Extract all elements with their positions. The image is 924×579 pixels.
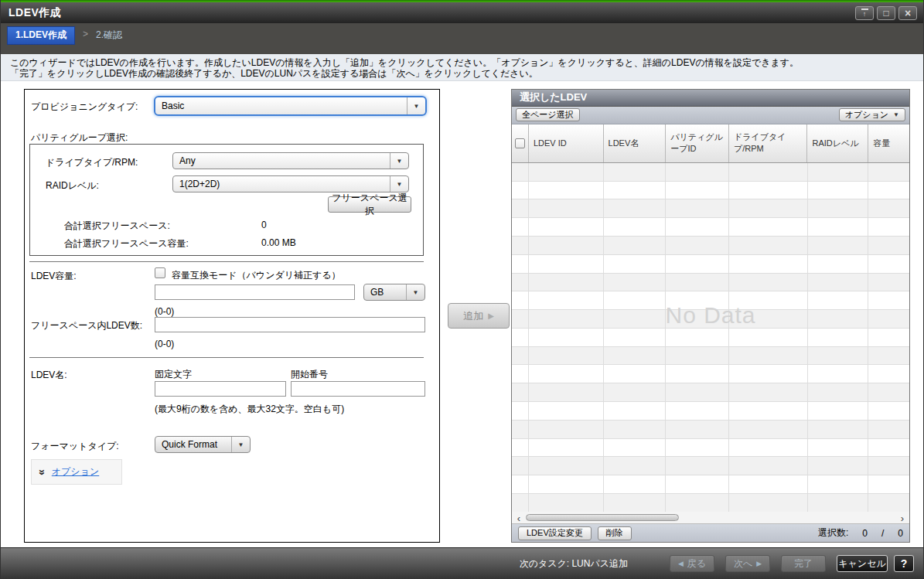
back-button[interactable]: ◀ 戻る [670,555,714,572]
table-cell [529,163,604,181]
table-cell [529,218,604,236]
help-button[interactable]: ? [894,555,914,572]
capacity-compat-checkbox[interactable] [155,267,165,278]
column-header-ldev-id[interactable]: LDEV ID [529,124,604,162]
drive-type-select[interactable]: Any ▼ [172,152,409,169]
next-task-label: 次のタスク: LUNパス追加 [520,557,628,570]
table-cell [512,274,529,291]
capacity-unit-value: GB [364,287,406,298]
chevron-down-icon[interactable]: ▼ [406,284,424,300]
table-cell [512,383,529,401]
section-divider [29,357,424,358]
table-cell [808,274,869,291]
table-cell [729,329,808,346]
table-cell [512,163,529,181]
capacity-unit-select[interactable]: GB ▼ [363,284,425,301]
table-cell [529,421,604,438]
back-arrow-icon: ◀ [678,560,684,567]
table-cell [529,365,604,383]
fixed-chars-input[interactable] [155,381,286,397]
scroll-left-icon[interactable]: ‹ [513,512,524,524]
total-free-space-value: 0 [261,220,267,230]
ldev-name-label: LDEV名: [31,369,67,382]
ldev-count-input[interactable] [155,317,425,332]
table-cell [808,163,869,181]
capacity-input[interactable] [155,284,355,300]
column-header-capacity[interactable]: 容量 [868,124,909,162]
section-divider [29,261,424,262]
capacity-compat-label: 容量互換モード（バウンダリ補正する） [172,269,341,282]
table-cell [604,163,667,181]
add-button-label: 追加 [463,309,483,323]
options-expander[interactable]: » オプション [31,459,122,485]
raid-level-select[interactable]: 1(2D+2D) ▼ [172,175,409,192]
table-cell [512,494,529,512]
table-cell [666,237,729,254]
format-type-select[interactable]: Quick Format ▼ [155,436,251,453]
cancel-button[interactable]: キャンセル [837,555,888,572]
chevron-down-icon[interactable]: ▼ [390,176,408,192]
chevron-down-icon[interactable]: ▼ [407,97,425,114]
table-options-button[interactable]: オプション ▼ [839,108,905,121]
table-cell [529,329,604,346]
close-icon[interactable]: × [898,6,917,20]
next-arrow-icon: ▶ [756,560,762,567]
table-row [512,383,909,402]
maximize-icon[interactable]: □ [877,6,895,20]
table-cell [729,274,808,291]
select-all-pages-button[interactable]: 全ページ選択 [516,108,580,121]
total-free-space-label: 合計選択フリースペース: [64,220,170,233]
table-cell [868,347,909,365]
chevron-down-icon[interactable]: ▼ [390,153,408,169]
add-arrow-icon: ▶ [488,312,494,320]
table-cell [529,457,604,475]
table-row [512,237,909,255]
chevron-down-icon[interactable]: ▼ [231,437,250,452]
next-button[interactable]: 次へ ▶ [725,555,770,572]
delete-button[interactable]: 削除 [598,526,632,540]
scroll-right-icon[interactable]: › [897,512,908,524]
horizontal-scrollbar[interactable]: ‹ › [512,512,909,524]
table-cell [729,199,808,217]
table-row [512,274,909,292]
column-header-ldev-name[interactable]: LDEV名 [604,124,667,162]
scrollbar-thumb[interactable] [526,514,679,521]
select-all-checkbox[interactable] [515,138,525,148]
table-cell [868,383,909,401]
instruction-text: このウィザードではLDEVの作成を行います。作成したいLDEVの情報を入力し「追… [1,54,923,81]
table-cell [604,475,667,493]
table-cell [604,494,667,512]
table-cell [512,365,529,383]
table-cell [604,402,667,420]
table-cell [529,255,604,273]
table-cell [512,329,529,346]
popout-glyph: ↑ [861,9,868,17]
options-link[interactable]: オプション [52,465,99,479]
selected-ldev-title: 選択したLDEV [520,90,587,104]
finish-button[interactable]: 完了 [781,555,826,572]
table-cell [512,237,529,254]
table-row [512,255,909,274]
select-free-space-button[interactable]: フリースペース選択 [328,196,411,213]
change-ldev-settings-button[interactable]: LDEV設定変更 [518,526,592,540]
table-cell [604,274,667,291]
table-cell [808,199,869,217]
column-header-drive-type[interactable]: ドライブタイプ/RPM [729,124,808,162]
popout-icon[interactable]: ↑ [855,6,874,20]
total-free-capacity-label: 合計選択フリースペース容量: [64,237,189,250]
provisioning-type-select[interactable]: Basic ▼ [154,96,427,116]
column-header-parity-group-id[interactable]: パリティグループID [666,124,729,162]
column-header-raid-level[interactable]: RAIDレベル [807,124,868,162]
table-cell [729,182,808,199]
parity-group-label: パリティグループ選択: [31,131,128,145]
table-cell [604,218,667,236]
table-cell [808,439,869,457]
table-cell [729,383,808,401]
table-cell [808,365,869,383]
step-1-create-ldev[interactable]: 1.LDEV作成 [7,26,75,45]
table-cell [604,421,667,438]
start-number-input[interactable] [291,381,425,397]
add-button[interactable]: 追加 ▶ [448,303,510,329]
table-footer: LDEV設定変更 削除 選択数: 0 / 0 [512,524,909,542]
format-type-label: フォーマットタイプ: [31,440,119,453]
